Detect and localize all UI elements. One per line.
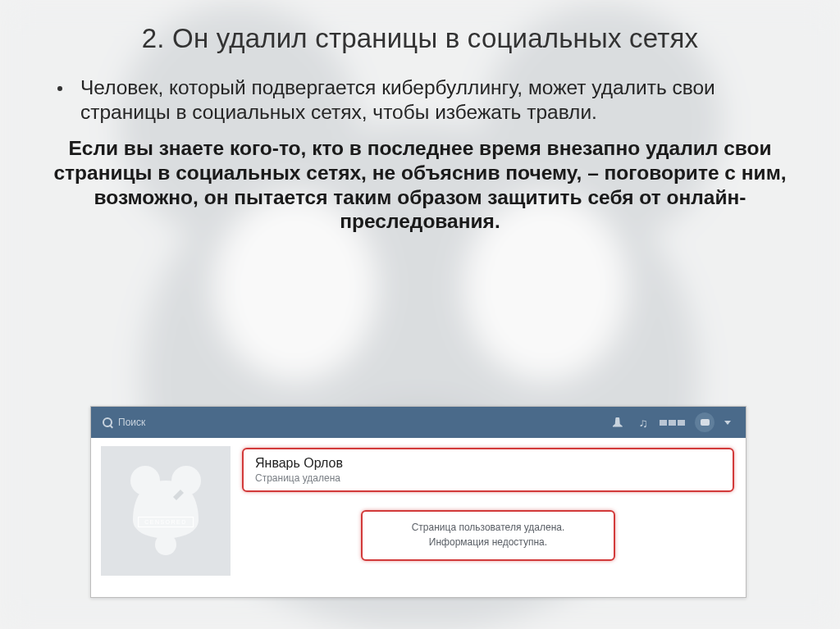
vk-screenshot: Поиск ♫ bbox=[90, 406, 746, 598]
deleted-line-1: Страница пользователя удалена. bbox=[412, 520, 565, 535]
deleted-info-box: Страница пользователя удалена. Информаци… bbox=[361, 510, 616, 561]
music-icon[interactable]: ♫ bbox=[639, 417, 648, 429]
bell-icon[interactable] bbox=[613, 417, 623, 428]
slide-title: 2. Он удалил страницы в социальных сетях bbox=[34, 23, 806, 54]
avatar: CENSORED bbox=[101, 446, 231, 576]
profile-name: Январь Орлов bbox=[255, 456, 721, 471]
profile-name-box: Январь Орлов Страница удалена bbox=[242, 448, 734, 492]
search-icon bbox=[103, 417, 112, 427]
search-placeholder: Поиск bbox=[118, 417, 145, 428]
camera-button[interactable] bbox=[695, 412, 714, 432]
bullet-dot-icon bbox=[57, 86, 62, 91]
bullet-item: Человек, который подвергается кибербулли… bbox=[57, 75, 796, 125]
vk-topbar: Поиск ♫ bbox=[91, 407, 746, 438]
paragraph-1: Человек, который подвергается кибербулли… bbox=[80, 75, 796, 125]
paragraph-2: Если вы знаете кого-то, кто в последнее … bbox=[51, 136, 789, 235]
censored-badge: CENSORED bbox=[138, 517, 194, 527]
chevron-down-icon[interactable] bbox=[724, 421, 731, 425]
profile-status: Страница удалена bbox=[255, 472, 721, 484]
search-input[interactable]: Поиск bbox=[103, 417, 145, 428]
svg-point-9 bbox=[155, 534, 176, 555]
mini-thumbs bbox=[660, 420, 685, 426]
deleted-line-2: Информация недоступна. bbox=[412, 535, 565, 549]
